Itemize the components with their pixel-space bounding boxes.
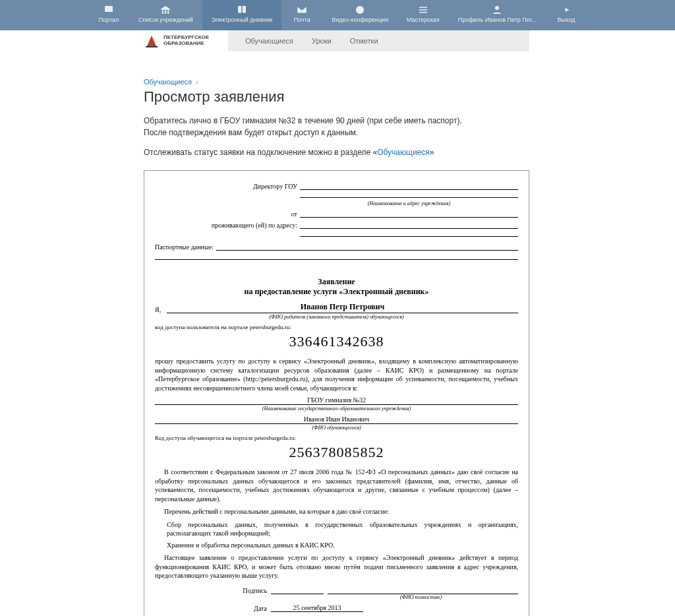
doc-body3: Перечень действий с персональными данным… — [155, 507, 518, 516]
doc-body1: прошу предоставить услугу по доступу к с… — [155, 357, 518, 392]
portal-icon — [103, 4, 115, 16]
book-icon — [236, 4, 248, 16]
doc-director-label: Директору ГОУ — [155, 183, 300, 190]
doc-code1-label: код доступа пользователя на портале pete… — [155, 324, 518, 330]
subbar: ПЕТЕРБУРГСКОЕОБРАЗОВАНИЕ Обучающиеся Уро… — [144, 30, 529, 51]
mail-icon — [296, 4, 308, 16]
list-icon — [417, 4, 429, 16]
page-title: Просмотр заявления — [144, 88, 529, 106]
nav-mail[interactable]: Почта — [281, 0, 322, 30]
exit-icon — [560, 4, 572, 16]
doc-date-label: Дата — [155, 605, 267, 612]
nav-exit[interactable]: Выход — [546, 0, 587, 30]
doc-school-sub: (Наименование государственного образоват… — [155, 406, 518, 412]
svg-point-2 — [495, 6, 499, 10]
doc-parent-sub: (ФИО родителя (законного представителя) … — [155, 314, 518, 320]
doc-school: ГБОУ гимназия №32 — [155, 396, 518, 405]
desc-block: Обратитесь лично в ГБОУ гимназия №32 в т… — [144, 115, 529, 139]
doc-sign-label: Подпись — [155, 587, 267, 594]
nav-portal[interactable]: Портал — [88, 0, 129, 30]
doc-live-label: проживающего (ей) по адресу: — [155, 222, 300, 229]
doc-code2-label: Код доступа обучающегося на портале pete… — [155, 435, 518, 441]
doc-body2: В соответствии с Федеральным законом от … — [155, 468, 518, 503]
doc-parent-name: Иванов Петр Петрович — [167, 302, 518, 313]
doc-ya: Я, — [155, 306, 164, 313]
doc-title: Заявление — [155, 277, 518, 287]
institution-icon — [160, 4, 171, 16]
user-icon — [491, 4, 503, 16]
subnav-lessons[interactable]: Уроки — [303, 37, 341, 45]
subnav-students[interactable]: Обучающиеся — [236, 37, 303, 45]
logo[interactable]: ПЕТЕРБУРГСКОЕОБРАЗОВАНИЕ — [144, 30, 228, 51]
subnav-marks[interactable]: Отметки — [341, 37, 388, 45]
doc-director-sub: (Наименование и адрес учреждения) — [155, 200, 518, 206]
nav-workshop[interactable]: Мастерская — [397, 0, 449, 30]
nav-profile[interactable]: Профиль Иванов Петр Пет... — [449, 0, 546, 30]
doc-body3b: Хранение и обработка персональных данных… — [155, 541, 518, 550]
application-document: Директору ГОУ (Наименование и адрес учре… — [144, 170, 529, 616]
nav-diary[interactable]: Электронный дневник — [202, 0, 281, 30]
nav-video[interactable]: Видео-конференция — [322, 0, 397, 30]
svg-point-1 — [356, 6, 364, 14]
doc-from-label: от — [155, 210, 300, 218]
nav-institutions[interactable]: Список учреждений — [129, 0, 202, 30]
svg-rect-0 — [105, 6, 113, 12]
doc-body3a: Сбор персональных данных, полученных в г… — [155, 520, 518, 538]
students-link[interactable]: Обучающиеся — [377, 148, 430, 157]
doc-passport-label: Паспортные данные: — [155, 243, 216, 251]
content: Обучающиеся › Просмотр заявления Обратит… — [144, 51, 529, 616]
doc-student: Иванов Иван Иванович — [155, 416, 518, 424]
doc-date: 25 сентября 2013 — [271, 604, 363, 612]
breadcrumb: Обучающиеся › — [144, 78, 529, 86]
breadcrumb-link[interactable]: Обучающиеся — [144, 78, 192, 86]
video-icon — [354, 4, 366, 16]
doc-user-code: 336461342638 — [155, 333, 518, 350]
doc-student-code: 256378085852 — [155, 444, 518, 461]
desc-track: Отслеживать статус заявки на подключение… — [144, 146, 529, 158]
logo-icon — [144, 33, 160, 49]
doc-body4: Настоящее заявление о предоставлении усл… — [155, 553, 518, 580]
doc-student-sub: (ФИО обучающегося) — [155, 425, 518, 431]
doc-subtitle: на предоставление услуги «Электронный дн… — [155, 287, 518, 297]
doc-sign-sub: (ФИО полностью) — [324, 594, 518, 600]
topbar: Портал Список учреждений Электронный дне… — [0, 0, 675, 30]
